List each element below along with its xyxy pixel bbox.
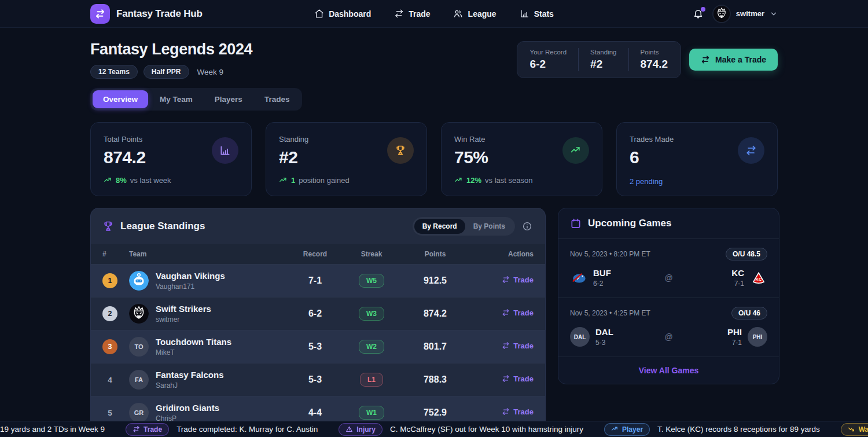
calendar-icon [570,218,582,229]
standing-label: Standing [590,49,616,56]
trending-down-icon [848,425,855,433]
ticker-text: Trade completed: K. Murray for C. Austin [176,425,318,434]
by-points-toggle[interactable]: By Points [465,219,513,234]
at-symbol: @ [664,273,672,282]
home-record: 7-1 [731,280,744,288]
nav-dashboard[interactable]: Dashboard [314,9,371,19]
team-record: 4-4 [288,407,343,418]
col-team: Team [129,250,288,258]
trade-label: Trade [513,276,534,284]
tab-players[interactable]: Players [204,90,253,108]
team-points: 752.9 [400,407,470,418]
swap-icon [738,137,764,164]
tab-my-team[interactable]: My Team [149,90,203,108]
tab-trades[interactable]: Trades [254,90,300,108]
team-avatar-initials: TO [129,337,149,357]
game-buf-kc[interactable]: Nov 5, 2023 • 8:20 PM ET O/U 48.5 BUF 6-… [558,239,779,298]
team-name: Gridiron Giants [156,403,219,413]
by-record-toggle[interactable]: By Record [414,219,465,234]
badge-label: Waiver [859,425,868,434]
trend-value: 1 [291,176,295,185]
trophy-icon [387,137,414,164]
injury-badge: Injury [339,423,382,436]
team-record: 7-1 [288,276,343,286]
team-record: 6-2 [288,309,343,319]
ticker-text: C. McCaffrey (SF) out for Week 10 with h… [390,425,583,434]
nav-league-label: League [468,9,496,19]
badge-label: Trade [144,425,162,434]
streak-badge: W5 [359,274,384,288]
swap-icon [394,9,404,19]
at-symbol: @ [664,332,672,341]
standings-row-vaughan-vikings[interactable]: 1 Vaughan Vikings Vaughan171 7-1 W5 912.… [91,264,545,297]
row-trade-button[interactable]: Trade [502,407,534,416]
trade-label: Trade [513,309,534,317]
over-under-badge: O/U 46 [731,307,767,320]
team-name: Swift Strikers [156,304,211,314]
upcoming-games-panel: Upcoming Games Nov 5, 2023 • 8:20 PM ET … [558,208,779,384]
player-badge: Player [604,423,650,436]
swap-icon [701,55,710,64]
user-menu[interactable]: switmer [712,5,778,23]
teams-badge: 12 Teams [90,65,138,79]
team-owner: MikeT [156,348,231,357]
row-trade-button[interactable]: Trade [502,276,534,284]
make-a-trade-button[interactable]: Make a Trade [689,49,778,71]
rank-badge: 3 [102,339,117,354]
upcoming-games-title: Upcoming Games [588,218,672,229]
news-ticker[interactable]: 19 yards and 2 TDs in Week 9 Trade Trade… [0,421,868,437]
bills-logo [570,269,587,287]
row-trade-button[interactable]: Trade [502,341,534,350]
team-points: 912.5 [400,276,470,286]
nav-trade[interactable]: Trade [394,9,430,19]
standings-row-touchdown-titans[interactable]: 3 TO Touchdown Titans MikeT 5-3 W2 801.7… [91,330,545,363]
bar-chart-icon [520,9,529,19]
chiefs-logo: KC [750,269,767,287]
app-title: Fantasy Trade Hub [116,8,203,20]
standings-column-header: # Team Record Streak Points Actions [91,244,545,264]
col-actions: Actions [470,250,534,258]
waiver-badge: Waiver [841,423,868,436]
team-owner: switmer [156,315,211,324]
standings-row-fantasy-falcons[interactable]: 4 FA Fantasy Falcons SarahJ 5-3 L1 788.3… [91,363,545,396]
away-record: 6-2 [593,280,611,288]
rank-badge: 2 [102,306,117,321]
team-avatar-robot [129,271,149,291]
game-dal-phi[interactable]: Nov 5, 2023 • 4:25 PM ET O/U 46 DAL DAL … [558,298,779,357]
standings-row-swift-strikers[interactable]: 2 Swift Strikers switmer 6-2 W3 874.2 Tr… [91,297,545,330]
nav-stats[interactable]: Stats [520,9,554,19]
eagles-logo-placeholder: PHI [748,327,767,347]
record-label: Your Record [530,49,567,56]
stat-card-win-rate: Win Rate 75% 12% vs last season [441,122,602,196]
badge-label: Player [622,425,643,434]
trending-up-icon [279,176,288,185]
view-tabs: Overview My Team Players Trades [90,88,302,111]
rank-number: 5 [102,409,117,417]
game-datetime: Nov 5, 2023 • 4:25 PM ET [570,309,650,317]
trend-suffix: vs last season [485,176,532,185]
warning-icon [345,425,353,433]
pending-trades-note[interactable]: 2 pending [630,177,764,186]
ticker-item-waiver: Waiver D. Hopkins claimed off waivers [841,423,868,436]
streak-badge: W2 [359,340,384,354]
swap-icon [133,425,140,433]
info-icon[interactable] [521,220,534,233]
row-trade-button[interactable]: Trade [502,309,534,317]
points-value: 874.2 [641,58,668,71]
ticker-item: 19 yards and 2 TDs in Week 9 [0,425,105,434]
brand[interactable]: Fantasy Trade Hub [90,4,203,24]
team-points: 801.7 [400,341,470,352]
app-logo-swap-icon [90,4,110,24]
tab-overview[interactable]: Overview [93,90,148,108]
notifications-button[interactable] [693,8,704,19]
view-all-games-link[interactable]: View All Games [558,357,779,384]
streak-badge: W3 [359,307,384,321]
record-value: 6-2 [530,58,567,71]
nav-league[interactable]: League [454,9,496,19]
col-streak: Streak [343,250,400,258]
nav-stats-label: Stats [534,9,554,19]
row-trade-button[interactable]: Trade [502,374,534,383]
rank-badge: 1 [102,273,117,288]
notification-dot [701,7,705,12]
ticker-item-player: Player T. Kelce (KC) records 8 reception… [604,423,820,436]
